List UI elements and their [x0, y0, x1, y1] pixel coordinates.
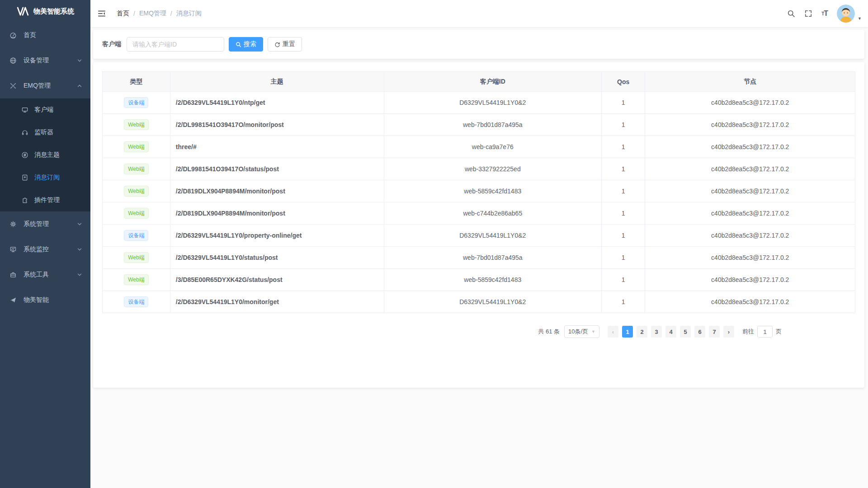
node-cell: c40b2d8ea5c3@172.17.0.2 [645, 269, 855, 291]
gear-icon [9, 221, 17, 228]
sidebar-item-home[interactable]: 首页 [0, 23, 90, 48]
app-title: 物美智能系统 [33, 7, 74, 16]
sidebar-item-label: 系统监控 [24, 245, 49, 253]
reset-button-label: 重置 [283, 40, 295, 48]
client-id-cell: D6329VL54419L1Y0&2 [384, 92, 601, 114]
caret-down-icon: ▼ [858, 16, 862, 21]
topic-cell: /2/D6329VL54419L1Y0/property-online/get [170, 225, 384, 247]
sidebar-item-system-mgmt[interactable]: 系统管理 [0, 211, 90, 237]
breadcrumb-home[interactable]: 首页 [117, 9, 129, 18]
table-row: 设备端 /2/D6329VL54419L1Y0/property-online/… [103, 225, 855, 247]
node-cell: c40b2d8ea5c3@172.17.0.2 [645, 202, 855, 225]
main-content: 客户端 搜索 重置 类型 主题 客户端ID Qos 节点 [90, 27, 868, 388]
goto-page: 前往 页 [742, 326, 782, 338]
sidebar-item-label: 系统管理 [24, 220, 49, 228]
top-navbar: 首页 / EMQ管理 / 消息订阅 TT ▼ [90, 0, 868, 27]
avatar [837, 5, 855, 23]
sidebar-item-wumei-smart[interactable]: 物美智能 [0, 287, 90, 313]
client-id-cell: web-7bd01d87a495a [384, 247, 601, 269]
node-cell: c40b2d8ea5c3@172.17.0.2 [645, 180, 855, 202]
page-button-3[interactable]: 3 [651, 326, 662, 338]
breadcrumb-emq[interactable]: EMQ管理 [139, 9, 166, 18]
chevron-down-icon [77, 58, 82, 63]
sidebar-item-plugins[interactable]: 插件管理 [0, 189, 90, 211]
client-id-cell: web-3327922225ed [384, 158, 601, 180]
sidebar-item-emq-mgmt[interactable]: EMQ管理 [0, 73, 90, 99]
table-row: Web端 /2/DL9981541O39417O/status/post web… [103, 158, 855, 180]
next-page-button[interactable]: › [723, 326, 734, 338]
pager: ‹ 1 2 3 4 5 6 7 › [606, 326, 736, 338]
goto-page-input[interactable] [757, 326, 773, 338]
sidebar-item-label: EMQ管理 [24, 82, 51, 90]
fullscreen-icon[interactable] [800, 0, 817, 27]
type-badge: Web端 [124, 186, 148, 197]
page-button-1[interactable]: 1 [622, 326, 633, 338]
page-button-7[interactable]: 7 [709, 326, 720, 338]
qos-cell: 1 [601, 247, 645, 269]
client-id-label: 客户端 [102, 40, 121, 48]
table-row: 设备端 /2/D6329VL54419L1Y0/ntp/get D6329VL5… [103, 92, 855, 114]
search-button-label: 搜索 [244, 40, 256, 48]
node-cell: c40b2d8ea5c3@172.17.0.2 [645, 247, 855, 269]
type-badge: 设备端 [124, 296, 148, 307]
app-logo[interactable]: 物美智能系统 [0, 0, 90, 23]
qos-cell: 1 [601, 114, 645, 136]
font-size-icon[interactable]: TT [817, 0, 832, 27]
header-client: 客户端ID [384, 72, 601, 92]
qos-cell: 1 [601, 180, 645, 202]
page-size-value: 10条/页 [568, 328, 588, 336]
sidebar-collapse-button[interactable] [90, 0, 113, 27]
client-id-cell: web-5859c42fd1483 [384, 180, 601, 202]
monitor-chart-icon [9, 246, 17, 253]
sidebar-item-listener[interactable]: 监听器 [0, 121, 90, 144]
page-button-4[interactable]: 4 [665, 326, 676, 338]
sidebar-item-device-mgmt[interactable]: 设备管理 [0, 48, 90, 73]
page-button-2[interactable]: 2 [637, 326, 647, 338]
user-menu[interactable]: ▼ [837, 0, 862, 27]
page-button-5[interactable]: 5 [680, 326, 691, 338]
client-id-input[interactable] [127, 37, 224, 52]
node-cell: c40b2d8ea5c3@172.17.0.2 [645, 158, 855, 180]
topic-cell: /2/D6329VL54419L1Y0/ntp/get [170, 92, 384, 114]
navbar-actions: TT ▼ [783, 0, 868, 27]
node-cell: c40b2d8ea5c3@172.17.0.2 [645, 225, 855, 247]
type-badge: Web端 [124, 252, 148, 263]
sidebar-item-client[interactable]: 客户端 [0, 99, 90, 121]
qos-cell: 1 [601, 225, 645, 247]
topic-cell: three/# [170, 136, 384, 158]
table-row: Web端 three/# web-ca9a7e76 1 c40b2d8ea5c3… [103, 136, 855, 158]
prev-page-button[interactable]: ‹ [608, 326, 618, 338]
qos-cell: 1 [601, 136, 645, 158]
qos-cell: 1 [601, 92, 645, 114]
search-button[interactable]: 搜索 [229, 37, 263, 52]
table-row: Web端 /2/D819DLX904P8894M/monitor/post we… [103, 202, 855, 225]
client-id-cell: D6329VL54419L1Y0&2 [384, 225, 601, 247]
logo-icon [16, 7, 29, 16]
monitor-icon [21, 106, 29, 113]
sidebar-item-topics[interactable]: 消息主题 [0, 144, 90, 166]
node-cell: c40b2d8ea5c3@172.17.0.2 [645, 291, 855, 313]
reset-button[interactable]: 重置 [268, 37, 302, 52]
search-icon[interactable] [783, 0, 800, 27]
breadcrumb-current: 消息订阅 [176, 9, 202, 18]
client-id-cell: D6329VL54419L1Y0&2 [384, 291, 601, 313]
qos-cell: 1 [601, 202, 645, 225]
sidebar-item-system-monitor[interactable]: 系统监控 [0, 237, 90, 262]
globe-icon [9, 57, 17, 64]
puzzle-icon [21, 197, 29, 204]
paper-plane-icon [9, 296, 17, 304]
sidebar-item-label: 设备管理 [24, 56, 49, 65]
sidebar-item-label: 客户端 [34, 106, 53, 114]
hash-circle-icon [21, 151, 29, 159]
topic-cell: /2/DL9981541O39417O/monitor/post [170, 114, 384, 136]
chevron-down-icon [77, 221, 82, 227]
headphones-icon [21, 129, 29, 136]
table-row: Web端 /2/D6329VL54419L1Y0/status/post web… [103, 247, 855, 269]
page-button-6[interactable]: 6 [694, 326, 705, 338]
search-form: 客户端 搜索 重置 [93, 30, 864, 59]
chevron-down-icon [77, 247, 82, 252]
sidebar-item-system-tools[interactable]: 系统工具 [0, 262, 90, 287]
sidebar-item-subscriptions[interactable]: 消息订阅 [0, 166, 90, 189]
table-header-row: 类型 主题 客户端ID Qos 节点 [103, 72, 855, 92]
page-size-select[interactable]: 10条/页 ▼ [564, 325, 599, 338]
